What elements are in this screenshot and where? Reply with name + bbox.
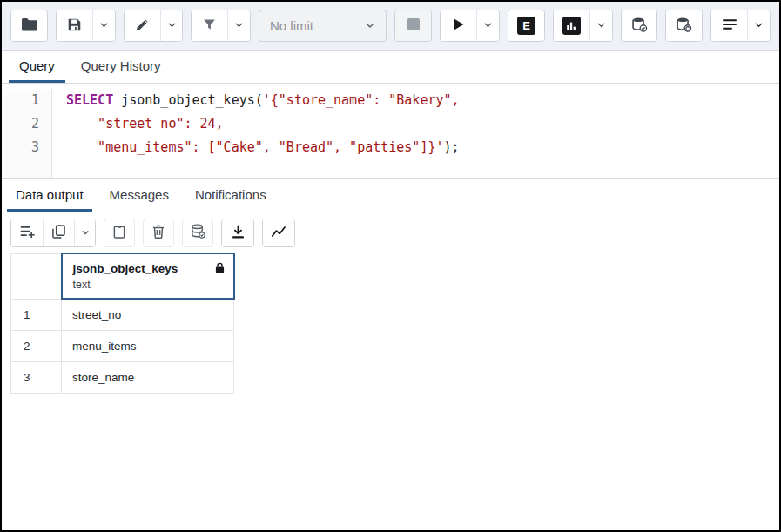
chevron-down-icon [234,19,244,32]
query-tool-window: No limit [0,0,781,532]
code-line: "street_no": 24, [66,112,460,136]
tab-query-history[interactable]: Query History [71,51,172,83]
row-number[interactable]: 2 [11,330,62,361]
download-button[interactable] [222,219,253,246]
macros-button[interactable] [711,10,747,41]
save-icon [67,17,82,35]
download-icon [232,225,245,241]
line-number: 3 [2,136,39,159]
edit-dropdown[interactable] [160,10,183,41]
edit-group [124,10,184,42]
commit-group [621,10,658,42]
paste-button[interactable] [104,219,135,247]
trash-icon [152,225,165,241]
save-button[interactable] [57,10,92,41]
add-row-icon [20,225,35,240]
macros-group [710,10,771,42]
execute-dropdown[interactable] [476,10,499,41]
commit-button[interactable] [622,10,657,41]
commit-icon [631,17,648,36]
explain-analyze-dropdown[interactable] [589,10,612,41]
chevron-down-icon [483,19,493,32]
stop-group [394,10,432,42]
database-icon [191,224,205,241]
code-line: "menu_items": ["Cake", "Bread", "patties… [66,136,460,159]
row-limit-value: No limit [270,18,313,33]
explain-analyze-icon [562,17,581,35]
results-toolbar [2,212,779,253]
row-number[interactable]: 1 [11,299,62,330]
cell-value[interactable]: street_no [62,299,234,330]
save-data-button[interactable] [182,219,213,247]
chevron-down-icon [365,18,375,34]
explain-group: E [508,10,545,42]
filter-dropdown[interactable] [227,10,250,41]
code-line: SELECT jsonb_object_keys('{"store_name":… [66,89,460,112]
code-area[interactable]: SELECT jsonb_object_keys('{"store_name":… [52,89,460,178]
explain-icon: E [517,17,535,35]
execute-group [440,10,500,42]
rollback-icon [676,17,692,36]
chart-line-icon [271,226,286,240]
column-name: jsonb_object_keys [73,262,178,275]
copy-icon [52,225,65,241]
chevron-down-icon [99,19,109,32]
graph-group [262,219,295,247]
column-header[interactable]: jsonb_object_keys text [62,253,234,299]
folder-icon [21,17,37,34]
row-edit-group [10,219,96,247]
filter-group [191,10,251,42]
explain-analyze-group [553,10,613,42]
sql-text: ); [443,139,459,155]
table-row: 1 street_no [11,299,234,330]
rollback-group [665,10,703,42]
explain-analyze-button[interactable] [554,10,589,41]
cell-value[interactable]: store_name [62,361,234,393]
tab-notifications[interactable]: Notifications [186,179,275,212]
stop-button[interactable] [395,10,431,41]
line-number: 2 [2,112,39,136]
delete-row-button[interactable] [143,219,174,247]
grid-corner-cell[interactable] [11,253,62,299]
rollback-button[interactable] [666,10,702,41]
line-number-gutter: 1 2 3 [2,89,52,178]
empty-area [2,394,779,531]
column-type: text [73,279,225,291]
tab-query[interactable]: Query [9,51,65,83]
sql-keyword: SELECT [66,92,113,108]
query-tabs: Query Query History [2,51,779,84]
copy-button[interactable] [43,219,74,246]
save-dropdown[interactable] [92,10,115,41]
sql-string: '{"store_name": "Bakery", [263,92,460,108]
chevron-down-icon [81,226,90,239]
copy-dropdown[interactable] [74,219,95,246]
file-group [10,10,48,42]
open-file-button[interactable] [11,10,47,41]
save-group [56,10,116,42]
explain-button[interactable]: E [508,10,544,41]
graph-visualiser-button[interactable] [263,219,294,246]
filter-button[interactable] [192,10,227,41]
edit-button[interactable] [125,10,160,41]
table-row: 2 menu_items [11,330,234,361]
tab-messages[interactable]: Messages [101,179,178,212]
add-row-button[interactable] [11,219,43,246]
cell-value[interactable]: menu_items [62,330,234,361]
stop-icon [407,18,420,33]
output-tabs: Data output Messages Notifications [2,179,779,212]
chevron-down-icon [167,19,177,32]
pencil-icon [135,17,150,35]
sql-editor[interactable]: 1 2 3 SELECT jsonb_object_keys('{"store_… [2,84,779,179]
chevron-down-icon [596,19,606,32]
execute-button[interactable] [441,10,476,41]
sql-string: "menu_items": ["Cake", "Bread", "patties… [66,139,443,155]
row-limit-select[interactable]: No limit [259,10,387,42]
clipboard-icon [113,225,125,241]
filter-icon [202,17,217,34]
play-icon [453,17,465,34]
line-number: 1 [2,89,39,112]
macros-dropdown[interactable] [747,10,770,41]
row-number[interactable]: 3 [11,361,62,393]
tab-data-output[interactable]: Data output [7,179,92,212]
table-row: 3 store_name [11,361,234,393]
